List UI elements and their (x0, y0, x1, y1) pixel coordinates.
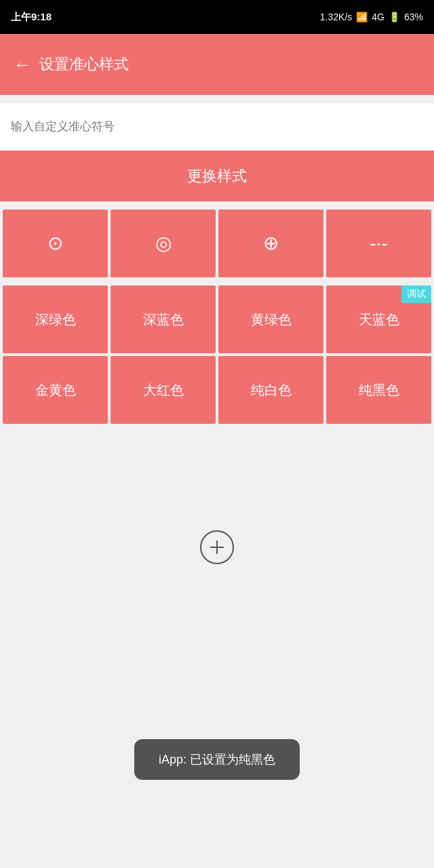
color-gold[interactable]: 金黄色 (3, 356, 108, 424)
color-sky-blue-label: 天蓝色 (359, 311, 399, 329)
color-black[interactable]: 纯黑色 (326, 356, 431, 424)
back-button[interactable]: ← (14, 56, 31, 73)
crosshair-style-4[interactable]: -·- (326, 210, 431, 277)
color-dark-green[interactable]: 深绿色 (3, 285, 108, 353)
signal-icon: 📶 (356, 12, 368, 22)
color-black-label: 纯黑色 (359, 381, 399, 399)
change-style-button[interactable]: 更换样式 (0, 151, 434, 201)
crosshair-icon-3: ⊕ (263, 234, 279, 253)
color-white[interactable]: 纯白色 (218, 356, 323, 424)
page-title: 设置准心样式 (39, 54, 129, 75)
preview-area (0, 432, 434, 663)
crosshair-style-3[interactable]: ⊕ (218, 210, 323, 277)
crosshair-style-2[interactable]: ◎ (111, 210, 216, 277)
color-yellow-green[interactable]: 黄绿色 (218, 285, 323, 353)
input-section (0, 103, 434, 151)
main-content: 更换样式 ⊙ ◎ ⊕ -·- 深绿色 深蓝色 黄绿色 天蓝色 调试 金 (0, 95, 434, 671)
status-right: 1.32K/s 📶 4G 🔋 63% (320, 12, 423, 22)
battery-icon: 🔋 (389, 12, 400, 22)
crosshair-preview (200, 530, 234, 564)
crosshair-icon-2: ◎ (155, 234, 172, 253)
crosshair-input[interactable] (11, 103, 423, 151)
battery-level: 63% (404, 12, 423, 22)
color-grid: 深绿色 深蓝色 黄绿色 天蓝色 调试 金黄色 大红色 纯白色 纯黑色 (0, 285, 434, 424)
status-bar: 上午9:18 1.32K/s 📶 4G 🔋 63% (0, 0, 434, 34)
network-type: 4G (372, 12, 384, 22)
color-gold-label: 金黄色 (35, 381, 76, 399)
style-icons-grid: ⊙ ◎ ⊕ -·- (0, 210, 434, 277)
color-sky-blue[interactable]: 天蓝色 调试 (326, 285, 431, 353)
toast-message: iApp: 已设置为纯黑色 (134, 739, 300, 780)
color-white-label: 纯白色 (251, 381, 292, 399)
color-dark-blue[interactable]: 深蓝色 (111, 285, 216, 353)
color-red[interactable]: 大红色 (111, 356, 216, 424)
color-dark-blue-label: 深蓝色 (143, 311, 184, 329)
color-red-label: 大红色 (143, 381, 184, 399)
network-speed: 1.32K/s (320, 12, 352, 22)
color-dark-green-label: 深绿色 (35, 311, 76, 329)
header: ← 设置准心样式 (0, 34, 434, 95)
status-time: 上午9:18 (11, 11, 52, 24)
debug-badge: 调试 (401, 285, 431, 303)
crosshair-icon-4: -·- (370, 234, 387, 253)
crosshair-icon-1: ⊙ (47, 234, 63, 253)
crosshair-style-1[interactable]: ⊙ (3, 210, 108, 277)
color-yellow-green-label: 黄绿色 (251, 311, 292, 329)
